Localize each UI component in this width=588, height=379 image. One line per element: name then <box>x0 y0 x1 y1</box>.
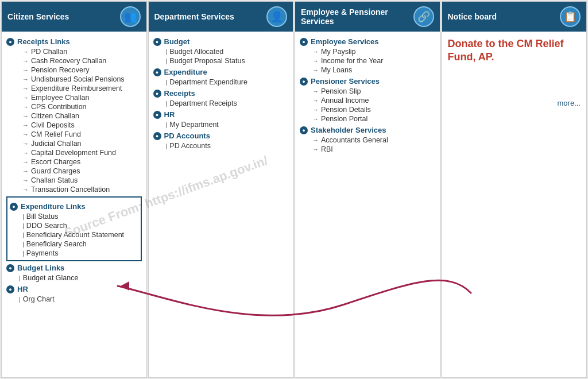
pd-accounts-header[interactable]: ● PD Accounts <box>153 132 289 140</box>
employee-pensioner-icon: 🔗 <box>413 6 434 27</box>
notice-board-panel: Notice board 📋 Donate to the CM Relief F… <box>442 1 587 378</box>
citizen-services-title: Citizen Services <box>7 12 120 21</box>
expenditure-links-header[interactable]: ● Expenditure Links <box>10 202 138 211</box>
escort-charges-item[interactable]: → Escort Charges <box>6 157 142 167</box>
dept-hr-header[interactable]: ● HR <box>153 110 289 119</box>
citizen-services-header: Citizen Services 👥 <box>2 2 146 32</box>
dept-expenditure-item[interactable]: | Department Expenditure <box>153 78 289 87</box>
notice-board-title: Notice board <box>448 12 560 21</box>
dept-receipts-header[interactable]: ● Receipts <box>153 89 289 98</box>
emp-services-bullet: ● <box>300 38 308 46</box>
ddo-search-item[interactable]: | DDO Search <box>10 221 138 230</box>
budget-at-glance-item[interactable]: | Budget at Glance <box>6 273 142 283</box>
dept-receipts-item[interactable]: | Department Receipts <box>153 99 289 108</box>
notice-text: Donate to the CM Relief Fund, AP. <box>448 37 581 64</box>
pension-recovery-item[interactable]: → Pension Recovery <box>6 65 142 75</box>
cps-contribution-item[interactable]: → CPS Contribution <box>6 102 142 111</box>
my-department-item[interactable]: | My Department <box>153 120 289 129</box>
stakeholder-services-header[interactable]: ● Stakeholder Services <box>300 126 435 134</box>
my-payslip-item[interactable]: → My Payslip <box>300 47 435 56</box>
pensioner-services-header[interactable]: ● Pensioner Services <box>300 77 435 86</box>
dept-expenditure-header[interactable]: ● Expenditure <box>153 68 289 76</box>
dept-hr-bullet: ● <box>153 111 161 119</box>
cm-relief-item[interactable]: → CM Relief Fund <box>6 130 142 139</box>
pensioner-bullet: ● <box>300 78 308 86</box>
notice-board-body: Donate to the CM Relief Fund, AP. more..… <box>442 32 587 113</box>
payments-item[interactable]: | Payments <box>10 249 138 258</box>
expenditure-reimburse-item[interactable]: → Expenditure Reimbursement <box>6 84 142 93</box>
guard-charges-item[interactable]: → Guard Charges <box>6 167 142 176</box>
dept-receipts-bullet: ● <box>153 90 161 98</box>
stakeholder-bullet: ● <box>300 126 308 134</box>
pd-accounts-item[interactable]: | PD Accounts <box>153 141 289 150</box>
dept-exp-bullet: ● <box>153 68 161 76</box>
receipts-links-header[interactable]: ● Receipts Links <box>6 37 142 46</box>
beneficiary-search-item[interactable]: | Beneficiary Search <box>10 239 138 249</box>
transaction-cancel-item[interactable]: → Transaction Cancellation <box>6 185 142 194</box>
dept-budget-bullet: ● <box>153 38 161 46</box>
budget-links-header[interactable]: ● Budget Links <box>6 264 142 272</box>
employee-challan-item[interactable]: → Employee Challan <box>6 93 142 102</box>
expenditure-links-box: ● Expenditure Links | Bill Status | DDO … <box>6 196 142 261</box>
cash-recovery-item[interactable]: → Cash Recovery Challan <box>6 56 142 65</box>
citizen-services-icon: 👥 <box>120 6 141 27</box>
employee-pensioner-header: Employee & Pensioner Services 🔗 <box>295 2 440 32</box>
department-services-title: Department Services <box>154 12 267 21</box>
accountants-general-item[interactable]: → Accountants General <box>300 136 435 145</box>
hr-bullet: ● <box>6 285 14 293</box>
hr-header[interactable]: ● HR <box>6 285 142 293</box>
employee-services-header[interactable]: ● Employee Services <box>300 37 435 46</box>
notice-board-header: Notice board 📋 <box>442 2 587 32</box>
pd-challan-item[interactable]: → PD Challan <box>6 47 142 56</box>
more-link[interactable]: more... <box>448 99 581 107</box>
department-services-panel: Department Services 👤 ● Budget | Budget … <box>148 1 294 378</box>
department-services-icon: 👤 <box>266 6 287 27</box>
my-loans-item[interactable]: → My Loans <box>300 65 435 75</box>
employee-pensioner-panel: Employee & Pensioner Services 🔗 ● Employ… <box>295 1 440 378</box>
expenditure-bullet: ● <box>10 203 18 211</box>
citizen-services-panel: Citizen Services 👥 ● Receipts Links → PD… <box>1 1 147 378</box>
employee-pensioner-body: ● Employee Services → My Payslip → Incom… <box>295 32 440 377</box>
citizen-challan-item[interactable]: → Citizen Challan <box>6 111 142 121</box>
notice-board-icon: 📋 <box>560 6 581 27</box>
bill-status-item[interactable]: | Bill Status <box>10 212 138 221</box>
department-services-body: ● Budget | Budget Allocated | Budget Pro… <box>149 32 293 377</box>
civil-deposits-item[interactable]: → Civil Deposits <box>6 121 142 130</box>
challan-status-item[interactable]: → Challan Status <box>6 176 142 185</box>
budget-bullet: ● <box>6 264 14 272</box>
budget-allocated-item[interactable]: | Budget Allocated <box>153 47 289 56</box>
citizen-services-body: ● Receipts Links → PD Challan → Cash Rec… <box>2 32 146 377</box>
capital-dev-item[interactable]: → Capital Development Fund <box>6 148 142 157</box>
receipts-bullet: ● <box>6 38 14 46</box>
pension-portal-item[interactable]: → Pension Portal <box>300 114 435 123</box>
pension-slip-item[interactable]: → Pension Slip <box>300 87 435 96</box>
dept-budget-header[interactable]: ● Budget <box>153 37 289 46</box>
income-year-item[interactable]: → Income for the Year <box>300 56 435 65</box>
pension-details-item[interactable]: → Pension Details <box>300 105 435 114</box>
rbi-item[interactable]: → RBI <box>300 145 435 154</box>
employee-pensioner-title: Employee & Pensioner Services <box>301 7 413 26</box>
beneficiary-account-item[interactable]: | Beneficiary Account Statement <box>10 230 138 239</box>
department-services-header: Department Services 👤 <box>149 2 293 32</box>
annual-income-item[interactable]: → Annual Income <box>300 96 435 105</box>
org-chart-item[interactable]: | Org Chart <box>6 295 142 304</box>
judicial-challan-item[interactable]: → Judicial Challan <box>6 139 142 148</box>
pd-accounts-bullet: ● <box>153 132 161 140</box>
undisbursed-item[interactable]: → Undisbursed Social Pensions <box>6 75 142 84</box>
budget-proposal-item[interactable]: | Budget Proposal Status <box>153 56 289 65</box>
